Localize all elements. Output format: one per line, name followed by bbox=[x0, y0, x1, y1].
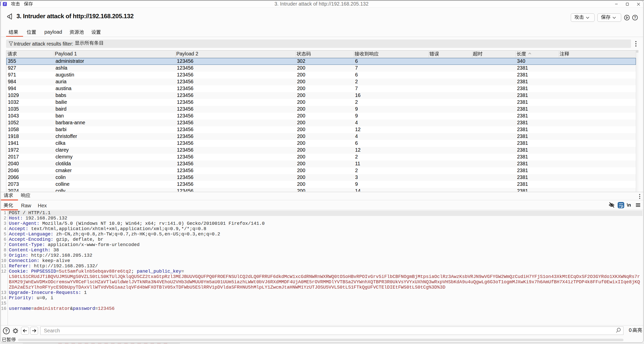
svg-text:\n: \n bbox=[627, 202, 631, 208]
svg-text:?: ? bbox=[5, 329, 8, 333]
svg-text:?: ? bbox=[634, 15, 636, 19]
